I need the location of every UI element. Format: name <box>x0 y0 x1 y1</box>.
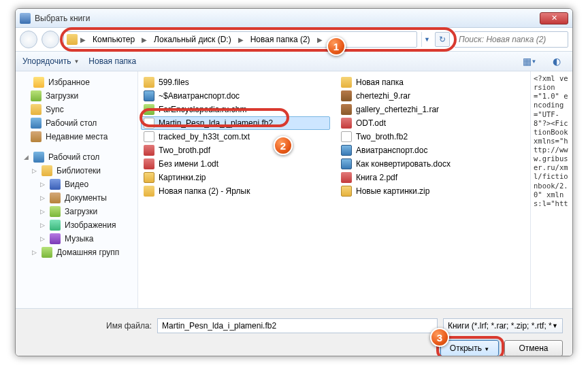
file-name: Картинки.zip <box>159 173 206 182</box>
file-item[interactable]: Two_broth.pdf <box>141 144 330 157</box>
callout-3: 3 <box>430 328 449 347</box>
file-item[interactable]: Новые картинки.zip <box>338 184 527 198</box>
folder-icon <box>67 34 78 45</box>
file-name: ODT.odt <box>356 118 386 128</box>
breadcrumb-seg-computer[interactable]: Компьютер <box>88 33 139 46</box>
sidebar-item-homegroup[interactable]: ▷Домашняя групп <box>18 246 135 259</box>
chevron-right-icon[interactable]: ▶ <box>140 36 148 44</box>
chevron-down-icon: ▼ <box>552 322 558 329</box>
organize-button[interactable]: Упорядочить▼ <box>22 56 79 66</box>
file-item[interactable]: Картинки.zip <box>141 171 330 184</box>
sidebar-item-recent[interactable]: Недавние места <box>18 130 135 144</box>
file-icon <box>341 131 352 142</box>
file-item[interactable]: Без имени 1.odt <box>141 157 330 171</box>
file-name: 599.files <box>159 78 189 87</box>
dialog-body: Избранное Загрузки Sync Рабочий стол Нед… <box>16 71 572 308</box>
star-icon <box>33 77 44 88</box>
sidebar-item-music[interactable]: ▷Музыка <box>18 232 135 246</box>
address-bar[interactable]: ▶ Компьютер ▶ Локальный диск (D:) ▶ Нова… <box>63 31 417 48</box>
file-item[interactable]: FarEncyclopedia.ru.chm <box>141 103 330 116</box>
breadcrumb-seg-folder[interactable]: Новая папка (2) <box>246 33 314 46</box>
file-icon <box>144 145 154 156</box>
file-name: Авиатранспорт.doc <box>356 146 427 155</box>
file-name: Martin_Pesn_lda_i_plameni.fb2 <box>159 118 273 128</box>
file-name: Новая папка <box>356 78 404 87</box>
file-item[interactable]: chertezhi_9.rar <box>338 89 527 103</box>
file-name: Two_broth.pdf <box>159 146 210 155</box>
file-icon <box>341 158 352 169</box>
file-item[interactable]: Книга 2.pdf <box>338 171 527 184</box>
file-icon <box>144 186 154 197</box>
file-name: tracked_by_h33t_com.txt <box>159 132 250 141</box>
callout-1: 1 <box>327 37 346 56</box>
window-title: Выбрать книги <box>35 14 540 23</box>
sidebar-item-downloads2[interactable]: ▷Загрузки <box>18 205 135 218</box>
download-icon <box>50 206 61 217</box>
footer: Имя файла: Книги (*.lrf; *.rar; *.zip; *… <box>16 308 572 356</box>
file-item[interactable]: ~$Авиатранспорт.doc <box>141 89 330 103</box>
filetype-dropdown[interactable]: Книги (*.lrf; *.rar; *.zip; *.rtf; *.lit… <box>443 318 563 333</box>
file-name: FarEncyclopedia.ru.chm <box>159 105 246 114</box>
sidebar-item-documents[interactable]: ▷Документы <box>18 191 135 205</box>
chevron-right-icon[interactable]: ▶ <box>316 36 324 44</box>
file-item[interactable]: gallery_chertezhi_1.rar <box>338 103 527 116</box>
preview-pane: <?xml version="1.0" encoding="UTF-8"?><F… <box>530 71 572 308</box>
help-button[interactable]: ◐ <box>548 54 566 68</box>
file-item[interactable]: Martin_Pesn_lda_i_plameni.fb2 <box>141 116 330 130</box>
homegroup-icon <box>42 247 52 258</box>
file-item[interactable]: Новая папка <box>338 75 527 89</box>
file-item[interactable]: 599.files <box>141 75 330 89</box>
file-item[interactable]: Новая папка (2) - Ярлык <box>141 184 330 198</box>
forward-button[interactable] <box>42 31 59 48</box>
sidebar-item-sync[interactable]: Sync <box>18 103 135 116</box>
music-icon <box>50 233 61 244</box>
address-dropdown-icon[interactable]: ▼ <box>421 32 432 47</box>
sidebar-item-images[interactable]: ▷Изображения <box>18 218 135 232</box>
file-name: Книга 2.pdf <box>356 173 397 182</box>
file-item[interactable]: Авиатранспорт.doc <box>338 144 527 157</box>
back-button[interactable] <box>20 31 37 48</box>
file-name: Новые картинки.zip <box>356 186 429 196</box>
file-icon <box>144 131 154 142</box>
file-name: gallery_chertezhi_1.rar <box>356 105 439 114</box>
open-file-dialog: Выбрать книги ✕ ▶ Компьютер ▶ Локальный … <box>15 8 573 356</box>
sidebar-item-libraries[interactable]: ▷Библиотеки <box>18 164 135 178</box>
library-icon <box>42 165 52 176</box>
file-name: Новая папка (2) - Ярлык <box>159 186 250 196</box>
breadcrumb-seg-drive[interactable]: Локальный диск (D:) <box>150 33 235 46</box>
sidebar-item-desktop2[interactable]: ◢Рабочий стол <box>18 150 135 164</box>
sidebar-item-downloads[interactable]: Загрузки <box>18 89 135 103</box>
new-folder-button[interactable]: Новая папка <box>88 56 136 66</box>
sidebar-item-video[interactable]: ▷Видео <box>18 178 135 191</box>
chevron-right-icon[interactable]: ▶ <box>237 36 245 44</box>
file-icon <box>341 90 352 101</box>
file-icon <box>341 186 352 197</box>
file-name: chertezhi_9.rar <box>356 91 410 101</box>
desktop-icon <box>33 152 44 163</box>
sidebar-item-favorites[interactable]: Избранное <box>18 75 135 89</box>
file-item[interactable]: ODT.odt <box>338 116 527 130</box>
titlebar: Выбрать книги ✕ <box>16 9 572 28</box>
file-list-pane: 599.files~$Авиатранспорт.docFarEncyclope… <box>138 71 530 308</box>
file-item[interactable]: tracked_by_h33t_com.txt <box>141 130 330 144</box>
refresh-button[interactable]: ↻ <box>435 32 450 47</box>
chevron-right-icon[interactable]: ▶ <box>79 36 87 44</box>
cancel-button[interactable]: Отмена <box>504 340 563 356</box>
open-button[interactable]: Открыть ▼ <box>440 340 499 356</box>
file-name: ~$Авиатранспорт.doc <box>159 91 240 101</box>
file-icon <box>144 172 154 183</box>
view-mode-button[interactable]: ▦ ▼ <box>521 54 538 68</box>
sync-icon <box>31 104 42 115</box>
file-name: Как конвертировать.docx <box>356 159 451 169</box>
close-button[interactable]: ✕ <box>540 12 568 24</box>
search-input[interactable] <box>454 31 568 48</box>
file-item[interactable]: Как конвертировать.docx <box>338 157 527 171</box>
file-icon <box>341 77 352 88</box>
file-item[interactable]: Two_broth.fb2 <box>338 130 527 144</box>
chevron-down-icon: ▼ <box>74 58 79 65</box>
sidebar-item-desktop[interactable]: Рабочий стол <box>18 116 135 130</box>
filename-input[interactable] <box>157 318 438 333</box>
sidebar: Избранное Загрузки Sync Рабочий стол Нед… <box>16 71 138 308</box>
document-icon <box>50 192 61 203</box>
file-icon <box>341 104 352 115</box>
